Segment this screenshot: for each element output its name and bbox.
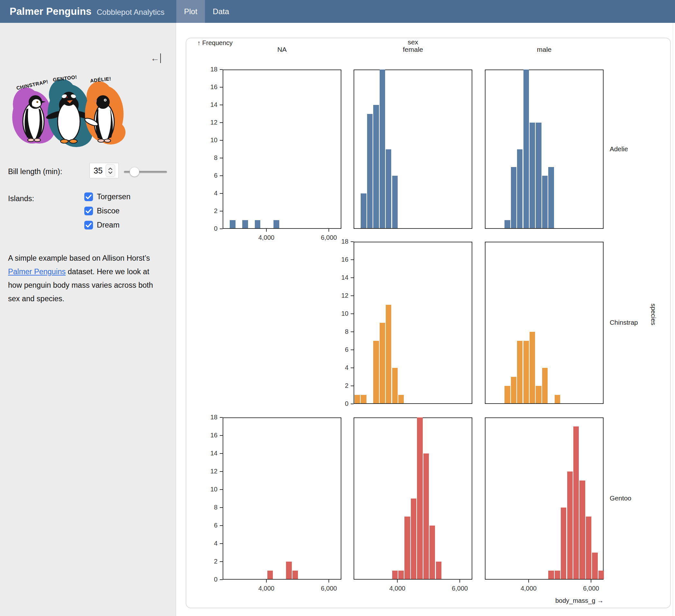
row-label-Gentoo: Gentoo: [610, 494, 631, 502]
histogram-bar: [386, 305, 391, 403]
histogram-bar: [536, 386, 541, 403]
checkbox-biscoe[interactable]: [84, 207, 93, 215]
x-tick-mark: [266, 229, 267, 232]
checkbox-label-torgersen[interactable]: Torgersen: [97, 193, 131, 201]
bill-length-input[interactable]: 35: [89, 163, 119, 178]
histogram-bar: [386, 149, 391, 228]
y-tick-label: 18: [200, 66, 218, 73]
facet-plot-Chinstrap-female: [354, 242, 472, 404]
checkbox-dream[interactable]: [84, 221, 93, 229]
histogram-bar: [361, 193, 366, 228]
facet-plot-Adelie-NA: [223, 70, 342, 229]
checkmark-icon: [84, 221, 93, 229]
scrollbar-track[interactable]: [673, 23, 673, 616]
y-tick-label: 14: [330, 274, 349, 281]
y-tick-mark: [351, 367, 354, 368]
y-tick-mark: [220, 561, 223, 562]
row-label-Chinstrap: Chinstrap: [610, 319, 638, 326]
brand: Palmer Penguins Cobblepot Analytics: [10, 6, 164, 17]
histogram-bar: [417, 417, 423, 579]
checkbox-label-dream[interactable]: Dream: [97, 221, 120, 229]
y-tick-mark: [351, 277, 354, 278]
histogram-bar: [392, 368, 398, 403]
row-label-Adelie: Adelie: [610, 145, 628, 153]
y-tick-mark: [351, 386, 354, 386]
header-bar: Palmer Penguins Cobblepot Analytics Plot…: [0, 0, 675, 23]
y-tick-label: 0: [330, 400, 349, 407]
histogram-bar: [230, 220, 235, 228]
checkmark-icon: [84, 207, 93, 215]
histogram-bar: [242, 220, 248, 228]
histogram-bar: [424, 454, 429, 579]
y-tick-label: 6: [200, 522, 218, 529]
histogram-bar: [268, 571, 273, 579]
checkbox-label-biscoe[interactable]: Biscoe: [97, 207, 120, 215]
histogram-bar: [373, 341, 379, 403]
histogram-bar: [517, 149, 523, 228]
y-tick-mark: [220, 471, 223, 472]
y-tick-label: 18: [200, 414, 218, 421]
y-tick-label: 12: [330, 292, 349, 299]
column-header-male: male: [519, 46, 570, 53]
y-tick-mark: [351, 314, 354, 314]
y-tick-mark: [351, 295, 354, 296]
facet-plot-Gentoo-male: [485, 417, 604, 579]
bill-length-slider[interactable]: [124, 167, 167, 177]
histogram-bar: [561, 507, 566, 579]
bill-length-stepper[interactable]: [105, 164, 115, 177]
tab-plot[interactable]: Plot: [176, 0, 205, 23]
penguin-artwork-image: CHINSTRAP! GENTOO! ADÉLIE!: [7, 64, 131, 150]
histogram-bar: [361, 395, 366, 403]
checkbox-row-biscoe: Biscoe: [84, 207, 120, 215]
y-tick-mark: [220, 176, 223, 176]
x-axis-title: body_mass_g →: [530, 597, 604, 604]
y-tick-mark: [220, 507, 223, 508]
y-tick-mark: [220, 579, 223, 580]
sidebar: ←: [0, 23, 176, 616]
slider-thumb[interactable]: [130, 167, 139, 177]
x-tick-mark: [266, 579, 267, 583]
islands-label: Islands:: [8, 194, 34, 203]
column-header-female: female: [387, 46, 439, 53]
y-tick-label: 16: [200, 83, 218, 91]
chevron-up-icon: [108, 167, 112, 170]
x-tick-mark: [528, 579, 529, 583]
y-tick-label: 6: [200, 172, 218, 179]
checkbox-row-torgersen: Torgersen: [84, 193, 131, 201]
y-tick-mark: [220, 417, 223, 418]
facet-plot-Adelie-female: [354, 70, 472, 229]
histogram-bar: [523, 341, 529, 403]
y-tick-mark: [220, 69, 223, 70]
checkbox-torgersen[interactable]: [84, 193, 93, 201]
y-tick-label: 12: [200, 119, 218, 126]
tab-bar: Plot Data: [176, 0, 237, 23]
facet-plot-Adelie-male: [485, 70, 604, 229]
histogram-bar: [430, 526, 435, 579]
y-tick-label: 2: [200, 558, 218, 565]
histogram-bar: [404, 517, 410, 579]
histogram-bar: [586, 517, 591, 579]
y-axis-title: ↑ Frequency: [197, 39, 233, 47]
y-tick-mark: [351, 259, 354, 260]
y-tick-mark: [220, 543, 223, 544]
y-tick-label: 12: [200, 468, 218, 475]
collapse-sidebar-icon[interactable]: ←: [151, 53, 161, 63]
app-title: Palmer Penguins: [10, 6, 92, 17]
y-tick-mark: [351, 349, 354, 350]
y-tick-label: 4: [200, 190, 218, 197]
y-tick-mark: [220, 211, 223, 211]
column-header-NA: NA: [256, 46, 308, 53]
histogram-bar: [555, 395, 560, 403]
x-tick-mark: [591, 579, 591, 583]
histogram-bar: [380, 70, 385, 228]
histogram-bar: [536, 123, 541, 228]
palmer-penguins-link[interactable]: Palmer Penguins: [8, 267, 66, 276]
y-tick-mark: [220, 489, 223, 490]
x-tick-mark: [459, 579, 460, 583]
tab-data[interactable]: Data: [205, 0, 237, 23]
y-tick-mark: [220, 435, 223, 436]
histogram-bar: [411, 498, 416, 579]
y-tick-label: 6: [330, 346, 349, 353]
histogram-bar: [398, 571, 404, 579]
y-tick-label: 8: [330, 328, 349, 335]
